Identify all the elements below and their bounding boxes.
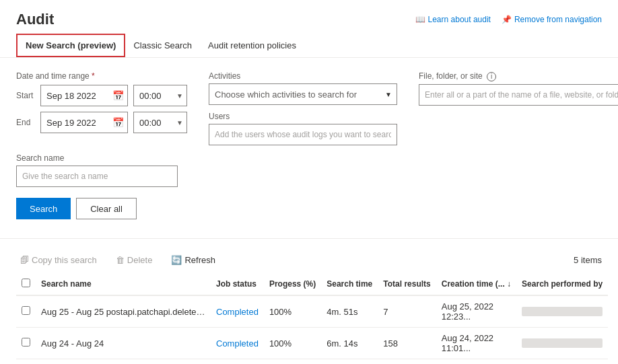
cell-performed-by-1	[516, 328, 608, 359]
file-folder-label: File, folder, or site i	[419, 71, 618, 81]
col-search-time: Search time	[321, 273, 378, 295]
end-label: End	[16, 118, 35, 127]
start-label: Start	[16, 91, 35, 100]
cell-search-time-1: 6m. 14s	[321, 328, 378, 359]
cell-performed-by-2	[516, 359, 608, 365]
table-row: Aug 25 - Aug 25 postapi.patchapi.deletea…	[16, 295, 608, 328]
header: Audit 📖 Learn about audit 📌 Remove from …	[0, 0, 618, 34]
start-time-wrapper: ▼	[133, 85, 187, 106]
status-link-0[interactable]: Completed	[216, 307, 259, 317]
cell-creation-time-2: Aug 23, 2022 9:44...	[436, 359, 516, 365]
clear-all-button[interactable]: Clear all	[76, 198, 137, 219]
cell-progress-0: 100%	[264, 295, 321, 328]
cell-search-time-0: 4m. 51s	[321, 295, 378, 328]
copy-search-button[interactable]: 🗐 Copy this search	[16, 252, 101, 268]
cell-job-status-1: Completed	[211, 328, 264, 359]
nav-tabs: New Search (preview) Classic Search Audi…	[0, 34, 618, 58]
cell-total-results-0: 7	[378, 295, 436, 328]
date-range-label: Date and time range	[16, 71, 187, 81]
cell-search-name-2: Aug 23 - Aug 23 putconnection.patchconne…	[36, 359, 211, 365]
cell-total-results-1: 158	[378, 328, 436, 359]
audit-table: Search name Job status Progess (%) Searc…	[16, 273, 608, 364]
tab-retention-policies[interactable]: Audit retention policies	[200, 34, 304, 57]
select-all-checkbox[interactable]	[22, 279, 30, 287]
row-checkbox-0	[16, 295, 36, 328]
table-row: Aug 23 - Aug 23 putconnection.patchconne…	[16, 359, 608, 365]
items-count: 5 items	[574, 255, 602, 265]
end-date-wrapper: 📅	[40, 112, 128, 133]
end-time-input[interactable]	[133, 112, 187, 133]
delete-button[interactable]: 🗑 Delete	[112, 252, 157, 268]
start-date-input[interactable]	[40, 85, 128, 106]
end-date-input[interactable]	[40, 112, 128, 133]
users-group: Users	[209, 112, 397, 145]
cell-progress-2: 100%	[264, 359, 321, 365]
cell-search-time-2: 4m. 14s	[321, 359, 378, 365]
search-name-label: Search name	[16, 153, 602, 163]
activities-select[interactable]: Choose which activities to search for	[209, 83, 397, 105]
col-job-status: Job status	[211, 273, 264, 295]
file-folder-section: File, folder, or site i	[419, 71, 618, 106]
divider	[0, 238, 618, 239]
delete-icon: 🗑	[116, 255, 125, 265]
info-icon[interactable]: i	[487, 72, 496, 81]
status-link-1[interactable]: Completed	[216, 338, 259, 349]
activities-label: Activities	[209, 71, 397, 81]
start-time-input[interactable]	[133, 85, 187, 106]
refresh-icon: 🔄	[171, 255, 182, 265]
performed-by-blurred-0	[522, 307, 603, 316]
tab-classic-search[interactable]: Classic Search	[125, 34, 200, 57]
table-row: Aug 24 - Aug 24 Completed 100% 6m. 14s 1…	[16, 328, 608, 359]
table-wrapper: Search name Job status Progess (%) Searc…	[0, 273, 618, 364]
pin-icon: 📌	[502, 15, 512, 24]
col-search-name: Search name	[36, 273, 211, 295]
search-button[interactable]: Search	[16, 198, 71, 219]
page-wrapper: Audit 📖 Learn about audit 📌 Remove from …	[0, 0, 618, 364]
select-all-col	[16, 273, 36, 295]
search-name-input[interactable]	[16, 166, 178, 187]
performed-by-blurred-1	[522, 338, 603, 348]
date-time-section: Date and time range Start 📅 ▼ End	[16, 71, 187, 133]
cell-creation-time-1: Aug 24, 2022 11:01...	[436, 328, 516, 359]
toolbar-left: 🗐 Copy this search 🗑 Delete 🔄 Refresh	[16, 252, 219, 268]
tab-new-search[interactable]: New Search (preview)	[16, 34, 125, 57]
file-folder-group: File, folder, or site i	[419, 71, 618, 106]
learn-about-audit-link[interactable]: 📖 Learn about audit	[415, 15, 491, 24]
start-date-wrapper: 📅	[40, 85, 128, 106]
cell-search-name-1: Aug 24 - Aug 24	[36, 328, 211, 359]
cell-progress-1: 100%	[264, 328, 321, 359]
toolbar: 🗐 Copy this search 🗑 Delete 🔄 Refresh 5 …	[0, 247, 618, 273]
row-checkbox-2	[16, 359, 36, 365]
remove-from-nav-link[interactable]: 📌 Remove from navigation	[502, 15, 602, 24]
book-icon: 📖	[415, 15, 425, 24]
table-header-row: Search name Job status Progess (%) Searc…	[16, 273, 608, 295]
row-checkbox-input-1[interactable]	[22, 338, 30, 347]
refresh-button[interactable]: 🔄 Refresh	[167, 252, 219, 268]
col-creation-time[interactable]: Creation time (... ↓	[436, 273, 516, 295]
file-folder-input[interactable]	[419, 84, 618, 106]
cell-job-status-0: Completed	[211, 295, 264, 328]
cell-performed-by-0	[516, 295, 608, 328]
table-body: Aug 25 - Aug 25 postapi.patchapi.deletea…	[16, 295, 608, 364]
search-name-group: Search name	[16, 153, 602, 187]
form-section: Date and time range Start 📅 ▼ End	[0, 71, 618, 230]
btn-row: Search Clear all	[16, 198, 602, 219]
cell-job-status-2: Completed	[211, 359, 264, 365]
end-time-wrapper: ▼	[133, 112, 187, 133]
cell-creation-time-0: Aug 25, 2022 12:23...	[436, 295, 516, 328]
col-total-results: Total results	[378, 273, 436, 295]
activities-group: Activities Choose which activities to se…	[209, 71, 397, 105]
header-links: 📖 Learn about audit 📌 Remove from naviga…	[415, 15, 602, 24]
copy-icon: 🗐	[20, 255, 29, 265]
cell-search-name-0: Aug 25 - Aug 25 postapi.patchapi.deletea…	[36, 295, 211, 328]
users-input[interactable]	[209, 124, 397, 145]
activities-select-wrapper: Choose which activities to search for ▼	[209, 83, 397, 105]
col-progress: Progess (%)	[264, 273, 321, 295]
cell-total-results-2: 0	[378, 359, 436, 365]
row-checkbox-1	[16, 328, 36, 359]
row-checkbox-input-0[interactable]	[22, 306, 30, 315]
page-title: Audit	[16, 11, 54, 28]
col-performed-by: Search performed by	[516, 273, 608, 295]
users-label: Users	[209, 112, 397, 121]
activities-users-section: Activities Choose which activities to se…	[209, 71, 397, 145]
